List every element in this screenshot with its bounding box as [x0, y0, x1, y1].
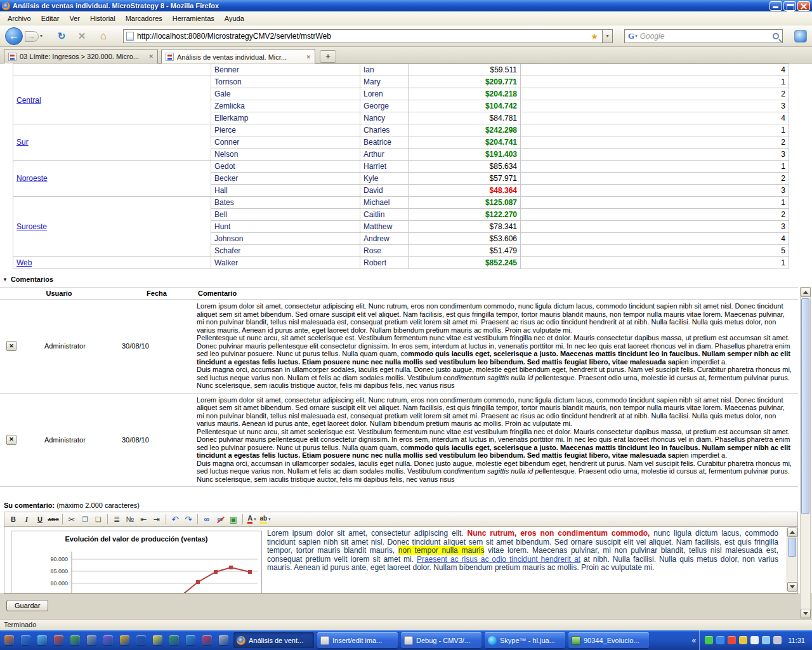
bold-button[interactable]: B	[7, 513, 20, 526]
page-scrollbar[interactable]	[800, 287, 811, 619]
tray-icon[interactable]	[705, 636, 713, 644]
rank-cell: 3	[521, 100, 789, 112]
menu-item-marcadores[interactable]: Marcadores	[121, 13, 167, 24]
quick-launch-icon[interactable]	[103, 635, 113, 645]
redo-button[interactable]: ↷	[182, 513, 195, 526]
menu-item-ayuda[interactable]: Ayuda	[219, 13, 249, 24]
search-icon[interactable]	[773, 33, 779, 39]
scroll-up-button[interactable]	[801, 288, 811, 297]
url-input[interactable]	[137, 32, 589, 41]
indent-button[interactable]: ⇥	[150, 513, 163, 526]
tray-icon[interactable]	[728, 636, 736, 644]
cut-button[interactable]: ✂	[65, 513, 78, 526]
outdent-button[interactable]: ⇤	[137, 513, 150, 526]
taskbar-window-button[interactable]: Debug - CMV3/...	[401, 632, 481, 648]
tab-close-icon[interactable]: ✕	[306, 54, 311, 60]
region-link[interactable]: Suroeste	[16, 222, 47, 231]
editor-scrollbar[interactable]	[787, 527, 797, 592]
scroll-up-button[interactable]	[787, 527, 797, 537]
menu-item-ver[interactable]: Ver	[64, 13, 85, 24]
dropdown-caret-icon[interactable]: ▾	[268, 517, 271, 522]
region-link[interactable]: Noroeste	[16, 174, 48, 183]
back-button[interactable]: ←	[5, 27, 23, 45]
remove-link-button[interactable]: ∞	[214, 513, 226, 526]
quick-launch-icon[interactable]	[21, 635, 30, 645]
tray-icon[interactable]	[773, 636, 782, 644]
collapse-arrow-icon[interactable]: ▼	[3, 277, 8, 282]
menu-item-historial[interactable]: Historial	[85, 13, 121, 24]
menu-item-archivo[interactable]: Archivo	[3, 13, 36, 24]
taskbar-window-button[interactable]: 90344_Evolucio...	[568, 632, 649, 648]
dropdown-caret-icon[interactable]: ▾	[254, 517, 256, 522]
bullet-list-button[interactable]: ≣	[110, 513, 123, 526]
tray-icon[interactable]	[750, 636, 759, 644]
editor-text[interactable]: Lorem ipsum dolor sit amet, consectetur …	[267, 529, 778, 573]
font-color-button[interactable]: A▾	[246, 513, 258, 526]
history-dropdown-icon[interactable]: ▾	[40, 33, 43, 39]
search-input[interactable]	[640, 32, 773, 41]
tab-close-icon[interactable]: ✕	[148, 53, 154, 60]
numbered-list-button[interactable]: №	[124, 513, 136, 526]
url-dropdown-button[interactable]: ▾	[603, 29, 613, 43]
forward-button[interactable]: →	[25, 31, 39, 42]
home-button[interactable]: ⌂	[96, 30, 110, 43]
quick-launch-icon[interactable]	[153, 635, 162, 645]
quick-launch-icon[interactable]	[202, 635, 212, 645]
menu-item-herramientas[interactable]: Herramientas	[167, 13, 219, 24]
copy-button[interactable]: ❐	[79, 513, 91, 526]
maximize-button[interactable]	[783, 1, 796, 11]
tray-icon[interactable]	[762, 636, 770, 644]
close-button[interactable]	[797, 1, 810, 11]
search-engine-dropdown-icon[interactable]: ▾	[635, 34, 638, 39]
quick-launch-icon[interactable]	[186, 635, 195, 645]
scroll-down-button[interactable]	[801, 609, 811, 618]
tray-icon[interactable]	[739, 636, 747, 644]
region-cell: Sur	[13, 124, 211, 161]
region-link[interactable]: Web	[16, 258, 32, 267]
quick-launch-icon[interactable]	[37, 635, 47, 645]
quick-launch-icon[interactable]	[120, 635, 129, 645]
insert-link-button[interactable]: ∞	[200, 513, 213, 526]
strikethrough-button[interactable]: ABC	[47, 513, 60, 526]
taskbar-window-button[interactable]: Análisis de vent...	[233, 632, 314, 648]
first-name-cell: Michael	[360, 197, 409, 209]
new-tab-button[interactable]: +	[320, 50, 336, 63]
italic-button[interactable]: I	[20, 513, 33, 526]
scrollbar-thumb[interactable]	[801, 298, 809, 514]
region-link[interactable]: Sur	[16, 138, 29, 147]
editor-content[interactable]: Evolución del valor de producción (venta…	[4, 527, 798, 594]
scrollbar-thumb[interactable]	[788, 538, 796, 557]
quick-launch-icon[interactable]	[169, 635, 179, 645]
minimize-button[interactable]	[769, 1, 782, 11]
quick-launch-icon[interactable]	[4, 635, 14, 645]
bookmark-star-icon[interactable]: ★	[591, 32, 598, 41]
quick-launch-icon[interactable]	[87, 635, 96, 645]
refresh-button[interactable]: ↻	[55, 30, 69, 43]
sales-value-cell: $53.606	[409, 233, 521, 245]
comments-section-header[interactable]: ▼ Comentarios	[3, 275, 53, 283]
delete-comment-button[interactable]: ✕	[6, 435, 16, 445]
quick-launch-icon[interactable]	[54, 635, 63, 645]
save-button[interactable]: Guardar	[6, 600, 48, 611]
quick-launch-icon[interactable]	[219, 635, 228, 645]
stop-button[interactable]: ✕	[75, 30, 89, 43]
tray-icon[interactable]	[716, 636, 724, 644]
quick-launch-icon[interactable]	[70, 635, 80, 645]
embedded-chart-image[interactable]: Evolución del valor de producción (venta…	[11, 531, 262, 594]
underline-button[interactable]: U	[34, 513, 46, 526]
quick-launch-icon[interactable]	[136, 635, 146, 645]
scroll-down-button[interactable]	[787, 582, 797, 592]
tab-analisis-ventas[interactable]: Análisis de ventas individual. Micr... ✕	[161, 49, 315, 64]
taskbar-window-button[interactable]: Insert/edit ima...	[317, 632, 398, 648]
tab-limite-ingresos[interactable]: 03 Límite: Ingresos > 320.000. Micro... …	[4, 49, 158, 63]
tray-chevron-button[interactable]: «	[689, 636, 700, 645]
paste-button[interactable]: ❏	[92, 513, 105, 526]
insert-image-button[interactable]: ▣	[227, 513, 240, 526]
region-link[interactable]: Central	[16, 96, 41, 105]
undo-button[interactable]: ↶	[169, 513, 181, 526]
delete-comment-button[interactable]: ✕	[6, 341, 16, 351]
highlight-color-button[interactable]: ab▾	[259, 513, 272, 526]
taskbar-window-button[interactable]: Skype™ - hl.jua...	[485, 632, 565, 648]
rank-cell: 3	[521, 221, 789, 233]
menu-item-editar[interactable]: Editar	[36, 13, 65, 24]
